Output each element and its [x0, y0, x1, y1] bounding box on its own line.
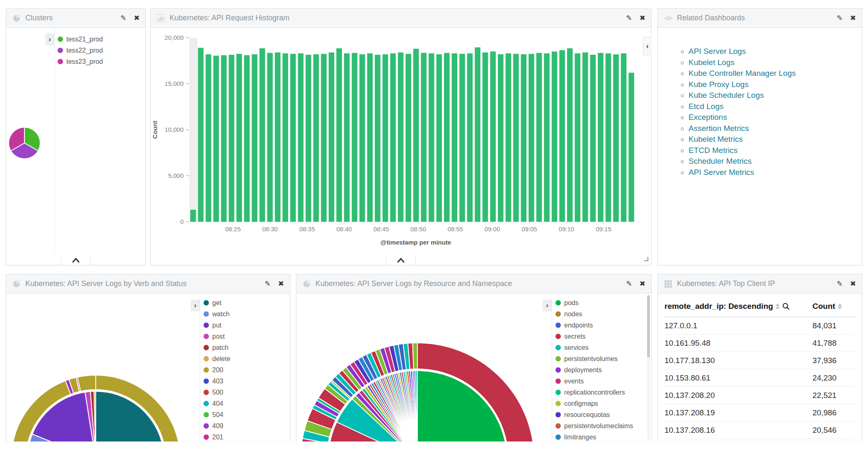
- histogram-bar[interactable]: [213, 56, 219, 222]
- legend-label[interactable]: events: [564, 378, 584, 385]
- histogram-bar[interactable]: [367, 53, 373, 222]
- histogram-bar[interactable]: [567, 48, 573, 222]
- legend-label[interactable]: 409: [212, 422, 223, 430]
- table-row[interactable]: 10.137.208.1920,986: [664, 404, 855, 422]
- legend-label[interactable]: tess23_prod: [66, 58, 103, 65]
- histogram-bar[interactable]: [598, 53, 604, 222]
- dashboard-link[interactable]: Kube Scheduler Logs: [689, 91, 764, 99]
- dashboard-link[interactable]: API Server Logs: [689, 47, 746, 56]
- legend-item[interactable]: secrets: [555, 331, 633, 342]
- legend-label[interactable]: deployments: [564, 366, 602, 374]
- legend-label[interactable]: 403: [212, 378, 223, 385]
- histogram-bar[interactable]: [344, 53, 350, 222]
- histogram-bar[interactable]: [283, 53, 289, 222]
- table-row[interactable]: 127.0.0.184,031: [664, 317, 855, 335]
- legend-collapse-chevron[interactable]: ›: [543, 300, 552, 311]
- edit-pencil-icon[interactable]: ✎: [626, 280, 632, 287]
- edit-pencil-icon[interactable]: ✎: [265, 280, 271, 287]
- histogram-bar[interactable]: [559, 50, 565, 222]
- legend-item[interactable]: put: [204, 320, 230, 331]
- histogram-bar[interactable]: [467, 53, 473, 222]
- histogram-bar[interactable]: [613, 54, 619, 222]
- histogram-bar[interactable]: [221, 55, 227, 222]
- edit-pencil-icon[interactable]: ✎: [837, 15, 843, 22]
- histogram-bar[interactable]: [405, 54, 411, 222]
- legend-label[interactable]: delete: [212, 355, 230, 363]
- resource-namespace-pie-chart[interactable]: [296, 293, 551, 441]
- dashboard-link[interactable]: Kubelet Logs: [689, 58, 735, 67]
- sort-arrows-icon[interactable]: [838, 303, 842, 309]
- histogram-bar[interactable]: [498, 54, 504, 222]
- histogram-bar[interactable]: [490, 51, 496, 222]
- histogram-bar[interactable]: [475, 47, 480, 222]
- histogram-bar[interactable]: [321, 54, 327, 222]
- legend-item[interactable]: tess22_prod: [58, 45, 103, 56]
- table-row[interactable]: 10.137.208.1620,546: [664, 422, 855, 439]
- histogram-bar[interactable]: [198, 48, 204, 222]
- legend-item[interactable]: 403: [204, 376, 230, 387]
- histogram-bar[interactable]: [359, 54, 365, 222]
- histogram-bar[interactable]: [606, 53, 611, 222]
- resize-handle-icon[interactable]: [643, 256, 650, 264]
- histogram-bar[interactable]: [375, 55, 381, 222]
- legend-item[interactable]: deployments: [555, 364, 633, 376]
- histogram-bar[interactable]: [244, 55, 250, 222]
- legend-scrollbar-thumb[interactable]: [647, 295, 650, 357]
- legend-item[interactable]: get: [204, 297, 230, 308]
- legend-item[interactable]: persistentvolumes: [555, 353, 633, 364]
- histogram-bar[interactable]: [621, 53, 627, 222]
- column-header-remote-addr[interactable]: remote_addr_ip: Descending: [664, 302, 812, 311]
- histogram-bar[interactable]: [582, 53, 588, 222]
- table-row[interactable]: 10.137.208.2022,521: [664, 387, 855, 404]
- legend-label[interactable]: 201: [212, 434, 223, 441]
- legend-collapse-chevron[interactable]: ›: [191, 300, 200, 311]
- histogram-bar[interactable]: [252, 54, 257, 222]
- legend-label[interactable]: get: [212, 299, 221, 307]
- legend-collapse-chevron[interactable]: ›: [45, 34, 54, 45]
- legend-label[interactable]: endpoints: [564, 322, 593, 329]
- histogram-bar[interactable]: [506, 53, 512, 222]
- close-icon[interactable]: ✖: [640, 280, 645, 287]
- legend-label[interactable]: pods: [564, 299, 579, 307]
- histogram-bar[interactable]: [390, 53, 396, 222]
- legend-label[interactable]: secrets: [564, 333, 586, 340]
- histogram-bar[interactable]: [590, 55, 596, 222]
- histogram-bar[interactable]: [275, 53, 281, 222]
- dashboard-link[interactable]: ETCD Metrics: [689, 146, 737, 155]
- histogram-bar[interactable]: [336, 48, 342, 222]
- histogram-bar[interactable]: [206, 54, 211, 222]
- legend-item[interactable]: 409: [204, 420, 230, 432]
- histogram-bar[interactable]: [313, 54, 319, 222]
- histogram-bar[interactable]: [329, 53, 335, 222]
- dashboard-link[interactable]: Assertion Metrics: [689, 124, 749, 133]
- legend-item[interactable]: replicationcontrollers: [555, 387, 633, 398]
- close-icon[interactable]: ✖: [850, 15, 856, 22]
- table-row[interactable]: 10.177.18.13037,936: [664, 352, 855, 369]
- edit-pencil-icon[interactable]: ✎: [121, 15, 126, 22]
- pie-slice[interactable]: [412, 343, 417, 369]
- close-icon[interactable]: ✖: [134, 15, 140, 22]
- legend-label[interactable]: configmaps: [564, 400, 598, 407]
- histogram-bar[interactable]: [521, 54, 527, 222]
- histogram-bar[interactable]: [190, 210, 196, 222]
- histogram-bar[interactable]: [575, 53, 581, 222]
- histogram-bar[interactable]: [459, 54, 465, 222]
- legend-item[interactable]: 201: [204, 432, 230, 441]
- legend-label[interactable]: patch: [212, 344, 228, 352]
- dashboard-link[interactable]: Scheduler Metrics: [689, 157, 752, 165]
- legend-item[interactable]: delete: [204, 353, 230, 364]
- legend-label[interactable]: put: [212, 322, 221, 329]
- legend-label[interactable]: services: [564, 344, 589, 352]
- histogram-bar[interactable]: [305, 55, 311, 222]
- sort-arrows-icon[interactable]: [776, 303, 780, 309]
- histogram-bar[interactable]: [290, 54, 296, 222]
- close-icon[interactable]: ✖: [278, 280, 284, 287]
- legend-item[interactable]: pods: [555, 297, 633, 308]
- legend-label[interactable]: 404: [212, 400, 223, 407]
- table-row[interactable]: 10.153.80.6124,230: [664, 369, 855, 387]
- legend-label[interactable]: watch: [212, 310, 230, 318]
- legend-item[interactable]: events: [555, 376, 633, 387]
- edit-pencil-icon[interactable]: ✎: [626, 15, 632, 22]
- dashboard-link[interactable]: Kube Proxy Logs: [689, 80, 749, 89]
- legend-item[interactable]: tess21_prod: [58, 34, 103, 45]
